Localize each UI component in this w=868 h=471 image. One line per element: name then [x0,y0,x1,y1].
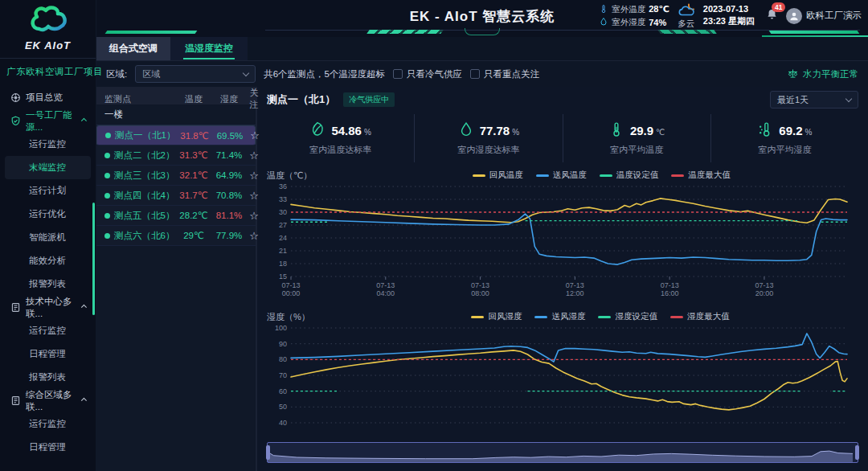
datazoom-slider[interactable] [267,442,858,463]
humidity-chart: 100908070605040 [267,323,854,431]
legend-label: 送风湿度 [551,311,585,322]
project-name: 广东欧科空调工厂项目 [0,59,96,83]
point-row[interactable]: 测点一（北1）31.8℃69.5%☆ [96,125,256,145]
datazoom-preview [268,443,853,462]
sidebar-item-2[interactable]: 技术中心多联... [0,296,96,319]
sidebar-subitem[interactable]: 末端监控 [5,156,91,179]
legend-item[interactable]: 送风温度 [536,170,587,181]
area-select[interactable]: 区域 [135,65,256,83]
droplet-icon [458,121,474,141]
sidebar-subitem[interactable]: 运行监控 [0,133,96,156]
online-dot-icon [105,133,111,138]
cooling-status-badge: 冷气供应中 [343,92,395,107]
datazoom-handle-right[interactable] [855,445,859,460]
floor-group-row[interactable]: 一楼 [96,104,256,125]
legend-item[interactable]: 温度设定值 [600,170,659,181]
svg-text:70: 70 [279,371,287,379]
sidebar-subitem[interactable]: 运行计划 [0,179,96,203]
sidebar-subitem-label: 运行监控 [29,138,66,150]
point-name: 测点六（北6） [114,230,174,242]
svg-text:40: 40 [279,419,287,427]
sidebar-item-3[interactable]: 综合区域多联... [0,389,96,412]
svg-text:16:00: 16:00 [661,289,679,297]
point-row[interactable]: 测点二（北2）31.3℃71.4%☆ [96,145,256,166]
sidebar-item-1[interactable]: 一号工厂能源... [0,109,96,133]
point-temp: 31.7℃ [175,190,212,201]
legend-swatch [536,174,549,177]
user-menu[interactable]: 欧科工厂演示 [786,8,862,24]
kpi-unit: ℃ [656,128,665,137]
tab-bar: 组合式空调 温湿度监控 [96,37,868,61]
svg-text:07-13: 07-13 [281,281,300,289]
sidebar-subitem[interactable]: 智能派机 [0,226,96,249]
checkbox-favorites-only[interactable]: 只看重点关注 [470,68,539,80]
legend-item[interactable]: 湿度设定值 [598,311,657,322]
kpi-value: 77.78% [480,124,519,137]
outdoor-weather: 室外温度 28℃ 室外湿度 74% [599,4,669,28]
sidebar-menu: 项目总览一号工厂能源...运行监控末端监控运行计划运行优化智能派机能效分析报警列… [0,86,96,459]
sidebar-subitem-label: 运行监控 [29,418,66,430]
sidebar-subitem[interactable]: 运行优化 [0,203,96,226]
legend-label: 回风温度 [489,170,523,181]
sidebar-subitem[interactable]: 报警列表 [0,272,96,296]
hydraulic-balance-label: 水力平衡正常 [803,68,858,80]
thermometer-small-icon [599,4,608,15]
legend-item[interactable]: 回风湿度 [471,311,522,322]
sidebar-subitem-label: 末端监控 [29,162,66,174]
sidebar-subitem[interactable]: 运行监控 [0,319,96,342]
humidity-chart-title: 湿度（%） [267,311,310,323]
sidebar-item-0[interactable]: 项目总览 [0,86,96,109]
svg-text:18: 18 [279,260,287,268]
sidebar-subitem[interactable]: 日程管理 [0,342,96,366]
tab-temp-humidity[interactable]: 温湿度监控 [170,37,248,60]
legend-item[interactable]: 温度最大值 [671,170,731,181]
sidebar-scrollbar[interactable] [92,203,95,315]
temperature-chart: 363330272421181507-1300:0007-1304:0007-1… [267,182,854,301]
outdoor-hum-label: 室外湿度 [612,17,645,28]
temperature-chart-title: 温度（℃） [267,170,312,182]
datetime: 2023-07-13 23:23 星期四 [703,4,755,27]
online-dot-icon [104,213,110,219]
sidebar: EK AIoT 广东欧科空调工厂项目 项目总览一号工厂能源...运行监控末端监控… [0,0,96,471]
checkbox-label: 只看冷气供应 [407,68,462,80]
checkbox-cooling-only[interactable]: 只看冷气供应 [393,68,462,80]
svg-text:12:00: 12:00 [566,289,584,297]
notifications-bell[interactable]: 41 [766,8,778,24]
svg-text:30: 30 [279,208,287,216]
sidebar-subitem[interactable]: 运行监控 [0,412,96,436]
logo-icon [27,5,69,39]
svg-text:80: 80 [279,355,287,363]
weather-condition: 多云 [678,3,695,28]
header-decoration-user-line [762,35,868,37]
legend-label: 湿度最大值 [687,311,730,322]
legend-label: 回风湿度 [488,311,522,322]
legend-item[interactable]: 湿度最大值 [670,311,730,322]
legend-label: 温度最大值 [688,170,731,181]
legend-swatch [471,316,484,318]
point-row[interactable]: 测点四（北4）31.7℃70.8%☆ [96,186,256,206]
point-temp: 31.8℃ [176,130,213,141]
kpi-row: 54.86%室内温度达标率77.78%室内湿度达标率29.9℃室内平均温度69.… [267,114,858,162]
legend-item[interactable]: 回风温度 [473,170,523,181]
svg-text:15: 15 [279,272,287,281]
detail-header: 测点一（北1） 冷气供应中 最近1天 [267,88,858,111]
tab-combined-ac[interactable]: 组合式空调 [96,37,170,60]
legend-swatch [598,316,611,318]
points-panel: 监测点 温度 湿度 关注 一楼 测点一（北1）31.8℃69.5%☆测点二（北2… [96,87,257,471]
leaf-icon [309,121,326,141]
point-humidity: 64.9% [212,170,246,180]
col-hum: 湿度 [212,93,246,105]
sidebar-subitem[interactable]: 报警列表 [0,366,96,389]
time-range-select[interactable]: 最近1天 [770,91,858,109]
points-table-header: 监测点 温度 湿度 关注 [96,87,256,104]
legend-label: 送风温度 [553,170,587,181]
detail-title: 测点一（北1） [267,92,335,107]
sidebar-subitem[interactable]: 日程管理 [0,436,96,459]
datazoom-handle-left[interactable] [266,445,270,460]
legend-item[interactable]: 送风湿度 [534,311,585,322]
point-row[interactable]: 测点六（北6）29℃77.9%☆ [96,226,256,246]
sidebar-subitem-label: 运行监控 [29,325,66,337]
point-row[interactable]: 测点五（北5）28.2℃81.1%☆ [96,206,256,226]
sidebar-subitem[interactable]: 能效分析 [0,249,96,272]
point-row[interactable]: 测点三（北3）32.1℃64.9%☆ [96,166,256,186]
